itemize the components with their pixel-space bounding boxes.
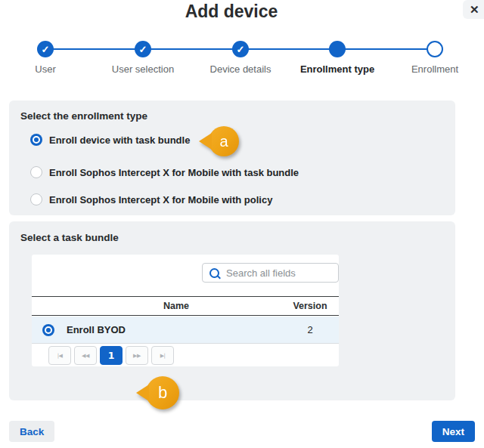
next-page-button[interactable]: ▶▶ [126, 346, 148, 365]
step-label-enrollment-type: Enrollment type [284, 63, 390, 75]
close-button[interactable]: ✕ [463, 0, 484, 19]
callout-marker-b: b [146, 376, 179, 409]
enrollment-type-section: Select the enrollment type Enroll device… [9, 100, 455, 215]
callout-letter: a [219, 133, 228, 150]
search-icon [209, 268, 219, 278]
step-label-enrollment: Enrollment [382, 63, 484, 75]
task-bundle-heading: Select a task bundle [20, 232, 119, 243]
row-radio-selected-icon[interactable] [42, 324, 54, 336]
task-bundle-section: Select a task bundle Name Version Enroll… [9, 221, 455, 400]
radio-option-intercept-x-policy[interactable]: Enroll Sophos Intercept X for Mobile wit… [30, 193, 272, 205]
step-user-selection-check-icon: ✓ [135, 41, 151, 57]
step-label-device-details: Device details [188, 63, 293, 75]
next-button[interactable]: Next [432, 421, 475, 442]
last-page-button[interactable]: ▶| [151, 346, 174, 365]
enrollment-type-heading: Select the enrollment type [20, 110, 147, 122]
prev-page-button[interactable]: ◀◀ [74, 346, 97, 365]
radio-option-label: Enroll device with task bundle [49, 134, 190, 146]
task-bundle-table: Name Version Enroll BYOD 2 b |◀ ◀◀ 1 ▶▶ … [32, 255, 339, 366]
pagination: |◀ ◀◀ 1 ▶▶ ▶| [48, 346, 174, 365]
column-header-name: Name [65, 301, 287, 311]
callout-marker-a: a [209, 126, 239, 156]
radio-option-intercept-x-task-bundle[interactable]: Enroll Sophos Intercept X for Mobile wit… [30, 166, 299, 178]
step-enrollment-upcoming-icon [427, 41, 443, 57]
step-user-check-icon: ✓ [37, 41, 54, 57]
back-button[interactable]: Back [9, 421, 54, 442]
radio-selected-icon[interactable] [30, 134, 42, 146]
dialog-title: Add device [0, 2, 463, 22]
page-1-button[interactable]: 1 [100, 346, 123, 365]
column-header-version: Version [287, 301, 333, 311]
step-label-user: User [0, 63, 98, 75]
table-row-enroll-byod[interactable]: Enroll BYOD 2 b [32, 317, 339, 344]
step-label-user-selection: User selection [90, 63, 196, 75]
row-name-cell: Enroll BYOD [65, 324, 287, 335]
radio-option-label: Enroll Sophos Intercept X for Mobile wit… [49, 167, 299, 178]
radio-unselected-icon[interactable] [30, 193, 42, 205]
check-icon: ✓ [42, 44, 50, 55]
radio-option-enroll-device-task-bundle[interactable]: Enroll device with task bundle [30, 134, 190, 146]
radio-unselected-icon[interactable] [30, 166, 42, 178]
step-enrollment-type-active-icon [329, 41, 346, 57]
callout-letter: b [158, 383, 167, 403]
step-device-details-check-icon: ✓ [232, 41, 249, 57]
check-icon: ✓ [139, 44, 147, 55]
first-page-button[interactable]: |◀ [48, 346, 71, 365]
search-input[interactable] [225, 267, 331, 280]
table-header: Name Version [32, 296, 339, 316]
row-version-cell: 2 [287, 324, 333, 335]
close-icon: ✕ [470, 4, 479, 15]
check-icon: ✓ [237, 44, 245, 55]
search-field[interactable] [202, 263, 339, 283]
radio-option-label: Enroll Sophos Intercept X for Mobile wit… [49, 194, 272, 205]
